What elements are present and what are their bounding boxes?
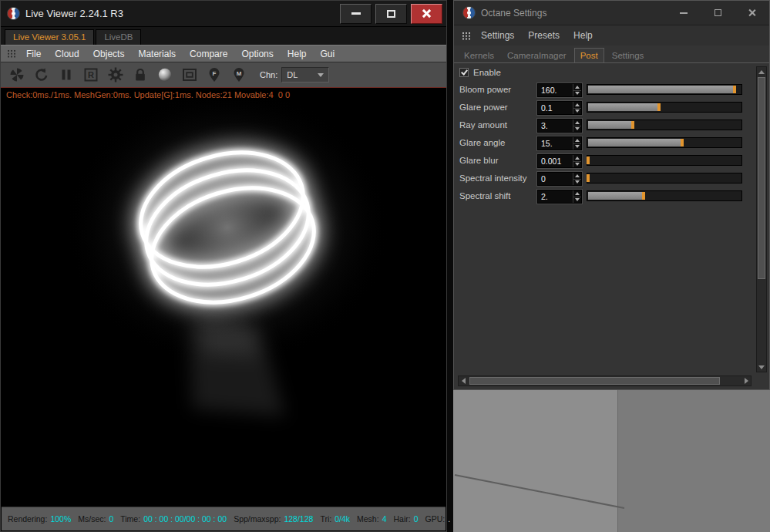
- spp-value: 128/128: [284, 514, 313, 524]
- minimize-button[interactable]: [672, 5, 695, 21]
- glare-blur-input[interactable]: 0.001: [537, 154, 582, 168]
- param-value[interactable]: 0.001: [538, 155, 573, 167]
- menu-grip-icon[interactable]: [462, 32, 471, 40]
- slider-handle[interactable]: [587, 157, 590, 164]
- render-status-bar: Rendering:100% Ms/sec:0 Time:00 : 00 : 0…: [2, 507, 446, 530]
- param-value[interactable]: 0: [538, 173, 573, 185]
- menu-help[interactable]: Help: [567, 30, 600, 41]
- spin-down-icon[interactable]: [573, 162, 581, 168]
- spectral-intensity-slider[interactable]: [587, 173, 742, 184]
- lock-icon[interactable]: [129, 65, 151, 86]
- pin-f-icon[interactable]: F: [203, 65, 225, 86]
- scroll-right-icon[interactable]: [741, 376, 751, 386]
- menu-presets[interactable]: Presets: [521, 30, 567, 41]
- spin-down-icon[interactable]: [573, 180, 581, 186]
- tab-settings[interactable]: Settings: [607, 49, 650, 62]
- spin-down-icon[interactable]: [573, 126, 581, 133]
- menu-help[interactable]: Help: [281, 49, 314, 59]
- ray-amount-input[interactable]: 3.: [537, 119, 582, 133]
- bloom-power-slider[interactable]: [587, 84, 742, 95]
- param-value[interactable]: 2.: [538, 190, 573, 203]
- ray-amount-slider[interactable]: [587, 120, 742, 130]
- scroll-down-icon[interactable]: [757, 362, 766, 372]
- enable-checkbox[interactable]: [459, 68, 469, 77]
- render-viewport[interactable]: Check:0ms./1ms. MeshGen:0ms. Update[G]:1…: [2, 89, 446, 507]
- menu-grip-icon[interactable]: [7, 49, 16, 58]
- vertical-scrollbar[interactable]: [756, 66, 767, 372]
- spin-up-icon[interactable]: [573, 120, 581, 126]
- glare-power-slider[interactable]: [587, 102, 742, 113]
- param-label: Glare power: [459, 103, 508, 112]
- tab-cameraimager[interactable]: CameraImager: [502, 49, 572, 62]
- turbine-icon[interactable]: [5, 65, 28, 86]
- glare-blur-slider[interactable]: [587, 155, 742, 166]
- scrollbar-thumb[interactable]: [758, 77, 765, 279]
- spin-down-icon[interactable]: [573, 197, 581, 204]
- menu-options[interactable]: Options: [234, 49, 280, 59]
- spin-down-icon[interactable]: [573, 109, 581, 115]
- tab-livedb[interactable]: LiveDB: [96, 29, 141, 45]
- maximize-button[interactable]: [375, 4, 407, 24]
- maximize-button[interactable]: [706, 5, 729, 21]
- menu-materials[interactable]: Materials: [131, 49, 183, 59]
- refresh-icon[interactable]: [30, 65, 52, 86]
- glare-angle-input[interactable]: 15.: [537, 136, 582, 150]
- tab-post[interactable]: Post: [574, 48, 604, 62]
- close-button[interactable]: [740, 5, 763, 21]
- spin-down-icon[interactable]: [573, 91, 581, 97]
- param-value[interactable]: 0.1: [538, 102, 573, 114]
- spectral-shift-input[interactable]: 2.: [537, 190, 582, 204]
- param-value[interactable]: 160.: [538, 84, 573, 96]
- live-viewer-titlebar[interactable]: Live Viewer 2.24.1 R3: [1, 1, 446, 27]
- scroll-up-icon[interactable]: [757, 67, 766, 76]
- gear-icon[interactable]: [104, 65, 126, 86]
- slider-handle[interactable]: [733, 86, 736, 93]
- octane-settings-titlebar[interactable]: Octane Settings: [454, 1, 769, 25]
- slider-handle[interactable]: [631, 121, 634, 129]
- channel-dropdown[interactable]: DL: [281, 67, 329, 82]
- menu-objects[interactable]: Objects: [86, 49, 132, 59]
- slider-handle[interactable]: [657, 103, 661, 111]
- slider-handle[interactable]: [587, 174, 590, 182]
- spin-up-icon[interactable]: [573, 102, 581, 109]
- svg-text:M: M: [236, 70, 241, 77]
- param-value[interactable]: 15.: [538, 137, 573, 150]
- menu-file[interactable]: File: [19, 49, 48, 59]
- spectral-intensity-input[interactable]: 0: [537, 172, 582, 186]
- tab-live-viewer[interactable]: Live Viewer 3.05.1: [5, 29, 94, 45]
- spin-up-icon[interactable]: [573, 155, 581, 162]
- pin-m-icon[interactable]: M: [227, 65, 250, 86]
- region-render-icon[interactable]: R: [79, 65, 102, 86]
- bloom-power-input[interactable]: 160.: [537, 83, 582, 97]
- spectral-shift-slider[interactable]: [587, 190, 742, 201]
- spin-up-icon[interactable]: [573, 84, 581, 91]
- param-row-glare-angle: Glare angle 15.: [454, 135, 769, 153]
- material-ball-icon[interactable]: [153, 65, 176, 86]
- spin-down-icon[interactable]: [573, 144, 581, 150]
- menu-gui[interactable]: Gui: [313, 49, 341, 59]
- menu-cloud[interactable]: Cloud: [48, 49, 86, 59]
- glare-power-input[interactable]: 0.1: [537, 101, 582, 115]
- scroll-left-icon[interactable]: [459, 376, 468, 386]
- mesh-label: Mesh:: [357, 514, 379, 524]
- spin-up-icon[interactable]: [573, 173, 581, 180]
- horizontal-scrollbar[interactable]: [458, 375, 752, 386]
- viewport-icon[interactable]: [178, 65, 200, 86]
- svg-text:R: R: [88, 70, 94, 79]
- channel-label: Chn:: [260, 70, 277, 79]
- glare-angle-slider[interactable]: [587, 137, 742, 148]
- menu-settings[interactable]: Settings: [474, 30, 521, 41]
- slider-handle[interactable]: [642, 192, 645, 200]
- param-value[interactable]: 3.: [538, 120, 573, 132]
- menu-compare[interactable]: Compare: [183, 49, 234, 59]
- close-button[interactable]: [411, 4, 442, 24]
- spin-up-icon[interactable]: [573, 137, 581, 144]
- minimize-button[interactable]: [340, 4, 372, 24]
- tri-label: Tri:: [320, 514, 331, 524]
- scrollbar-thumb[interactable]: [469, 377, 720, 385]
- pause-icon[interactable]: [55, 65, 77, 86]
- tab-kernels[interactable]: Kernels: [459, 49, 499, 62]
- slider-handle[interactable]: [681, 139, 684, 146]
- spin-up-icon[interactable]: [573, 190, 581, 197]
- mssec-label: Ms/sec:: [78, 514, 106, 524]
